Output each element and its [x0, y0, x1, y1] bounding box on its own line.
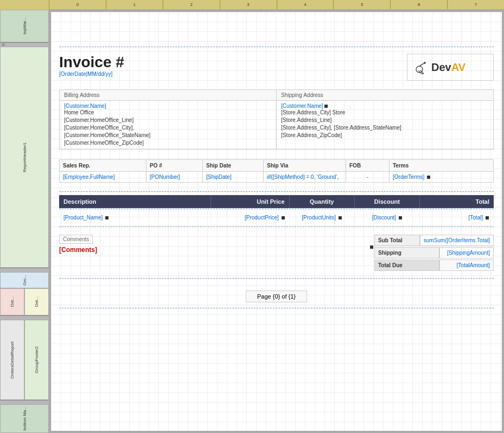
detail-area: Det... Det...	[0, 288, 49, 315]
right-content-area: 0 1 2 3 4 5 6 7 Invoice # [O	[49, 0, 504, 433]
orders-detail-report-text: OrdersDetailReport	[10, 341, 15, 379]
discount-header: Discount	[355, 195, 420, 208]
invoice-title-area: Invoice # [OrderDate|MM/dd/yy]	[59, 54, 124, 82]
shipping-line2: [Store.Address_Line]	[281, 117, 489, 124]
white-page: Invoice # [OrderDate|MM/dd/yy]	[51, 12, 502, 431]
top-margin-text: topMar...	[22, 17, 27, 34]
order-info-table: Sales Rep. PO # Ship Date Ship Via FOB T…	[59, 159, 494, 183]
total-header: Total	[420, 195, 494, 208]
center-handle	[370, 245, 373, 249]
shipping-label: Shipping	[374, 247, 439, 258]
page-number-text: Page {0} of {1}	[257, 293, 296, 300]
logo-box: Dev AV	[407, 54, 494, 81]
product-units-cell: [ProductUnits]	[290, 212, 355, 223]
comments-label: Comments	[59, 235, 93, 244]
detail1-text: Det...	[10, 296, 15, 307]
total-due-label: Total Due	[374, 260, 439, 271]
group-footer-area: OrdersDetailReport GroupFooter2	[0, 320, 49, 400]
detail-divider-top	[59, 209, 494, 209]
terms-header: Terms	[390, 160, 494, 172]
product-units-handle	[339, 216, 342, 219]
ruler-seg-5: 5	[333, 0, 390, 9]
top-margin-label: topMar...	[0, 10, 49, 42]
po-number-value: [PONumber]	[146, 172, 203, 183]
page-content: Invoice # [OrderDate|MM/dd/yy]	[51, 12, 502, 431]
ruler-seg-7: 7	[447, 0, 504, 9]
page-number-box: Page {0} of {1}	[246, 290, 307, 302]
fob-value: -	[346, 172, 390, 183]
bottom-margin-label: bottom Ma...	[0, 404, 49, 433]
ruler-marker-3	[0, 400, 49, 404]
logo-av-text: AV	[451, 61, 465, 74]
group-header-bar: Description Unit Price Quantity Discount…	[59, 195, 494, 208]
report-header-divider	[59, 191, 494, 192]
description-header: Description	[59, 195, 211, 208]
group-header-label: Gro...	[0, 272, 49, 288]
ruler-seg-3: 3	[220, 0, 277, 9]
detail2-text: Det...	[34, 296, 39, 307]
total-handle	[486, 216, 489, 219]
ship-via-value: iif([ShipMethod] = 0, 'Ground',	[264, 172, 346, 183]
product-name-cell: [Product_Name]	[59, 212, 211, 223]
top-ruler: 0 1 2 3 4 5 6 7	[49, 0, 504, 10]
billing-customer-name: [Customer.Name]	[64, 103, 272, 109]
total-due-row: Total Due [TotalAmount]	[374, 260, 494, 271]
sub-total-value: sumSum([OrderItems.Total]	[420, 235, 494, 246]
terms-handle	[427, 176, 430, 179]
logo-icon-area: Dev AV	[414, 60, 465, 75]
page-footer: Page {0} of {1}	[59, 287, 494, 306]
product-name-handle	[105, 216, 109, 219]
shipping-line1: [Store.Address_City] Store	[281, 109, 489, 117]
fob-header: FOB	[346, 160, 390, 172]
shipping-address-header: Shipping Address	[277, 90, 494, 101]
center-handle-area	[369, 235, 374, 272]
report-header-text: ReportHeader1	[22, 143, 27, 172]
shipping-line3: [Store.Address_City], [Store.Address_Sta…	[281, 124, 489, 132]
sub-total-label: Sub Total	[374, 235, 420, 246]
total-cell: [Total]	[420, 212, 494, 223]
product-price-cell: [ProductPrice]	[211, 212, 289, 223]
order-date-field: [OrderDate|MM/dd/yy]	[59, 71, 124, 77]
ruler-seg-1: 1	[106, 0, 163, 9]
ruler-corner	[0, 0, 49, 10]
discount-cell: [Discount]	[355, 212, 420, 223]
shipping-value: [ShippingAmount]	[439, 247, 494, 258]
bottom-margin-text: bottom Ma...	[22, 406, 27, 430]
shipping-row: Shipping [ShippingAmount]	[374, 247, 494, 258]
comments-value: [Comments]	[59, 246, 97, 254]
ruler-space-1	[59, 282, 494, 287]
product-price-handle	[282, 216, 285, 219]
logo-dev-text: Dev	[431, 61, 451, 74]
sales-rep-header: Sales Rep.	[60, 160, 146, 172]
group-footer2-label: GroupFooter2	[24, 320, 49, 400]
orders-detail-report-label: OrdersDetailReport	[0, 320, 24, 400]
ruler-marker-1	[0, 268, 49, 272]
invoice-title-row: Invoice # [OrderDate|MM/dd/yy]	[59, 54, 494, 82]
ruler-seg-4: 4	[277, 0, 334, 9]
top-margin-divider	[59, 47, 494, 47]
ruler-seg-6: 6	[390, 0, 447, 9]
report-header-label: ReportHeader1	[0, 47, 49, 268]
group-footer2-text: GroupFooter2	[34, 346, 39, 373]
shipping-line4: [Store.Address_ZipCode]	[281, 132, 489, 139]
ruler-seg-2: 2	[163, 0, 220, 9]
address-table: Billing Address Shipping Address [Custom…	[59, 89, 494, 150]
logo-satellite-icon	[414, 60, 429, 75]
group-footer-section: Comments [Comments] Sub	[59, 232, 494, 275]
group-header-text: Gro...	[22, 275, 27, 286]
ruler-marker-0: 0	[0, 42, 49, 47]
ruler-seg-0: 0	[49, 0, 106, 9]
ruler-marker-2	[0, 315, 49, 320]
full-layout: topMar... 0 ReportHeader1 Gro... Det... …	[0, 0, 504, 433]
billing-line3: [Customer.HomeOffice_StateName]	[64, 132, 272, 139]
po-number-header: PO #	[146, 160, 203, 172]
group-footer-divider	[59, 278, 494, 279]
svg-point-2	[424, 62, 426, 64]
detail1-label: Det...	[0, 288, 24, 315]
billing-home-office: Home Office	[64, 109, 272, 117]
comments-area: Comments [Comments]	[59, 235, 358, 272]
billing-line2: [Customer.HomeOffice_City],	[64, 124, 272, 132]
left-labels-column: topMar... 0 ReportHeader1 Gro... Det... …	[0, 0, 49, 433]
detail2-label: Det...	[24, 288, 49, 315]
unit-price-header: Unit Price	[211, 195, 289, 208]
